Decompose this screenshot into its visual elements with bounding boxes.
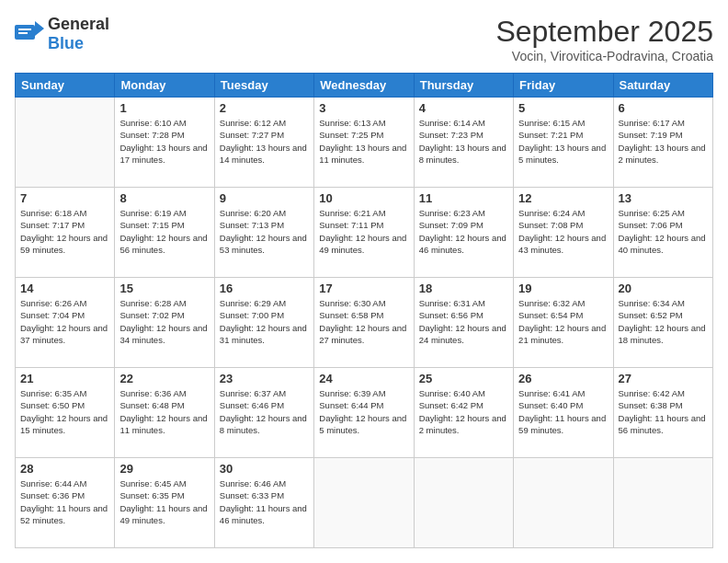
table-row: 1Sunrise: 6:10 AMSunset: 7:28 PMDaylight… [115,98,214,188]
table-row: 3Sunrise: 6:13 AMSunset: 7:25 PMDaylight… [314,98,414,188]
day-number: 4 [419,101,508,115]
day-number: 13 [619,191,708,205]
day-info: Sunrise: 6:37 AMSunset: 6:46 PMDaylight:… [220,387,309,436]
day-info: Sunrise: 6:41 AMSunset: 6:40 PMDaylight:… [518,387,608,436]
table-row: 25Sunrise: 6:40 AMSunset: 6:42 PMDayligh… [414,368,513,458]
day-number: 30 [220,462,309,476]
table-row [314,458,414,548]
day-number: 23 [220,372,309,385]
day-number: 10 [319,191,408,205]
day-number: 14 [20,282,109,295]
day-info: Sunrise: 6:29 AMSunset: 7:00 PMDaylight:… [220,297,309,346]
day-info: Sunrise: 6:20 AMSunset: 7:13 PMDaylight:… [220,207,309,256]
table-row: 18Sunrise: 6:31 AMSunset: 6:56 PMDayligh… [414,278,513,368]
table-row: 10Sunrise: 6:21 AMSunset: 7:11 PMDayligh… [314,188,414,278]
logo: General Blue [15,15,109,53]
table-row: 4Sunrise: 6:14 AMSunset: 7:23 PMDaylight… [414,98,513,188]
day-number: 20 [619,282,708,295]
day-number: 15 [119,282,209,295]
day-number: 19 [518,282,608,295]
header-saturday: Saturday [613,74,712,98]
calendar-week-row: 1Sunrise: 6:10 AMSunset: 7:28 PMDaylight… [16,98,713,188]
day-number: 3 [319,101,408,115]
day-info: Sunrise: 6:32 AMSunset: 6:54 PMDaylight:… [518,297,608,346]
table-row: 19Sunrise: 6:32 AMSunset: 6:54 PMDayligh… [514,278,613,368]
calendar-week-row: 21Sunrise: 6:35 AMSunset: 6:50 PMDayligh… [16,368,713,458]
day-number: 2 [220,101,309,115]
table-row [514,458,613,548]
table-row: 23Sunrise: 6:37 AMSunset: 6:46 PMDayligh… [214,368,313,458]
day-number: 26 [518,372,608,385]
day-number: 8 [119,191,209,205]
day-number: 9 [220,191,309,205]
svg-rect-3 [18,32,28,34]
table-row: 5Sunrise: 6:15 AMSunset: 7:21 PMDaylight… [514,98,613,188]
day-number: 1 [119,101,209,115]
header-tuesday: Tuesday [214,74,313,98]
logo-icon [15,21,44,47]
day-info: Sunrise: 6:39 AMSunset: 6:44 PMDaylight:… [319,387,408,436]
table-row: 27Sunrise: 6:42 AMSunset: 6:38 PMDayligh… [613,368,712,458]
day-info: Sunrise: 6:15 AMSunset: 7:21 PMDaylight:… [518,117,608,166]
day-info: Sunrise: 6:19 AMSunset: 7:15 PMDaylight:… [119,207,209,256]
day-number: 18 [419,282,508,295]
table-row: 29Sunrise: 6:45 AMSunset: 6:35 PMDayligh… [115,458,214,548]
day-info: Sunrise: 6:36 AMSunset: 6:48 PMDaylight:… [119,387,209,436]
day-number: 25 [419,372,508,385]
header-sunday: Sunday [16,74,115,98]
table-row: 12Sunrise: 6:24 AMSunset: 7:08 PMDayligh… [514,188,613,278]
day-info: Sunrise: 6:46 AMSunset: 6:33 PMDaylight:… [220,477,309,526]
day-number: 16 [220,282,309,295]
table-row: 9Sunrise: 6:20 AMSunset: 7:13 PMDaylight… [214,188,313,278]
table-row: 24Sunrise: 6:39 AMSunset: 6:44 PMDayligh… [314,368,414,458]
table-row: 20Sunrise: 6:34 AMSunset: 6:52 PMDayligh… [613,278,712,368]
table-row: 11Sunrise: 6:23 AMSunset: 7:09 PMDayligh… [414,188,513,278]
table-row [613,458,712,548]
header-friday: Friday [514,74,613,98]
day-number: 21 [20,372,109,385]
table-row: 7Sunrise: 6:18 AMSunset: 7:17 PMDaylight… [16,188,115,278]
day-info: Sunrise: 6:34 AMSunset: 6:52 PMDaylight:… [619,297,708,346]
table-row [16,98,115,188]
day-number: 6 [619,101,708,115]
day-number: 12 [518,191,608,205]
calendar-week-row: 7Sunrise: 6:18 AMSunset: 7:17 PMDaylight… [16,188,713,278]
day-info: Sunrise: 6:35 AMSunset: 6:50 PMDaylight:… [20,387,109,436]
table-row: 30Sunrise: 6:46 AMSunset: 6:33 PMDayligh… [214,458,313,548]
calendar-header-row: Sunday Monday Tuesday Wednesday Thursday… [16,74,713,98]
day-info: Sunrise: 6:42 AMSunset: 6:38 PMDaylight:… [619,387,708,436]
day-number: 29 [119,462,209,476]
day-info: Sunrise: 6:10 AMSunset: 7:28 PMDaylight:… [119,117,209,166]
header-monday: Monday [115,74,214,98]
day-info: Sunrise: 6:18 AMSunset: 7:17 PMDaylight:… [20,207,109,256]
day-number: 27 [619,372,708,385]
day-number: 17 [319,282,408,295]
calendar-week-row: 28Sunrise: 6:44 AMSunset: 6:36 PMDayligh… [16,458,713,548]
svg-marker-1 [35,21,44,36]
day-info: Sunrise: 6:17 AMSunset: 7:19 PMDaylight:… [619,117,708,166]
header-thursday: Thursday [414,74,513,98]
day-number: 7 [20,191,109,205]
logo-general-text: General [48,15,109,33]
day-info: Sunrise: 6:25 AMSunset: 7:06 PMDaylight:… [619,207,708,256]
table-row: 28Sunrise: 6:44 AMSunset: 6:36 PMDayligh… [16,458,115,548]
day-info: Sunrise: 6:21 AMSunset: 7:11 PMDaylight:… [319,207,408,256]
day-info: Sunrise: 6:28 AMSunset: 7:02 PMDaylight:… [119,297,209,346]
header-wednesday: Wednesday [314,74,414,98]
svg-rect-2 [18,29,31,30]
day-info: Sunrise: 6:44 AMSunset: 6:36 PMDaylight:… [20,477,109,526]
day-number: 22 [119,372,209,385]
page-title: September 2025 [495,15,713,49]
day-info: Sunrise: 6:23 AMSunset: 7:09 PMDaylight:… [419,207,508,256]
page: General Blue September 2025 Vocin, Virov… [0,0,728,563]
calendar-week-row: 14Sunrise: 6:26 AMSunset: 7:04 PMDayligh… [16,278,713,368]
table-row: 8Sunrise: 6:19 AMSunset: 7:15 PMDaylight… [115,188,214,278]
day-info: Sunrise: 6:13 AMSunset: 7:25 PMDaylight:… [319,117,408,166]
day-info: Sunrise: 6:14 AMSunset: 7:23 PMDaylight:… [419,117,508,166]
day-info: Sunrise: 6:30 AMSunset: 6:58 PMDaylight:… [319,297,408,346]
location-subtitle: Vocin, Virovitica-Podravina, Croatia [495,49,713,63]
day-info: Sunrise: 6:26 AMSunset: 7:04 PMDaylight:… [20,297,109,346]
header: General Blue September 2025 Vocin, Virov… [15,15,713,63]
day-info: Sunrise: 6:40 AMSunset: 6:42 PMDaylight:… [419,387,508,436]
day-info: Sunrise: 6:45 AMSunset: 6:35 PMDaylight:… [119,477,209,526]
